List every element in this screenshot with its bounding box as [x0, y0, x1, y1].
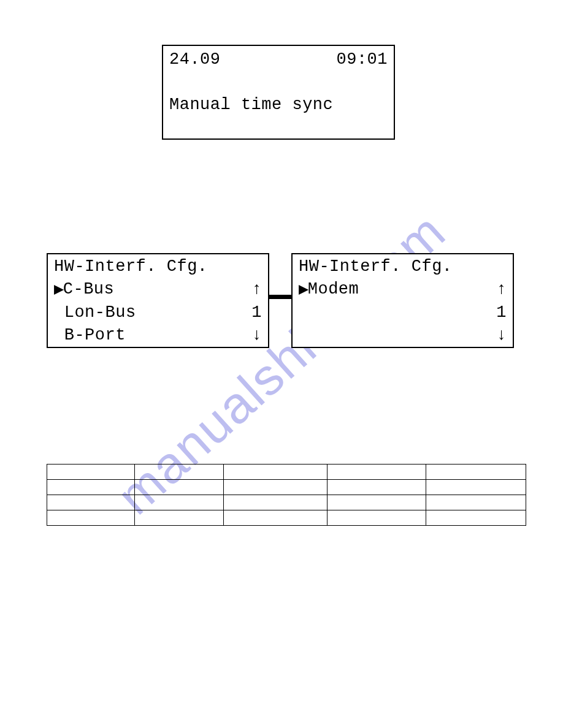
- table-row: [47, 495, 526, 510]
- panel-left-item-0[interactable]: ▶C-Bus ↑: [54, 278, 262, 301]
- table-row: [47, 464, 526, 480]
- panel-connector: [269, 295, 291, 299]
- panel-left-title: HW-Interf. Cfg.: [54, 256, 208, 278]
- panel-right-title-row: HW-Interf. Cfg.: [299, 256, 507, 278]
- page-indicator: 1: [496, 301, 507, 324]
- panel-left-item-1[interactable]: Lon-Bus 1: [54, 301, 262, 324]
- panel-left-title-row: HW-Interf. Cfg.: [54, 256, 262, 278]
- table-row: [47, 510, 526, 526]
- table-row: [47, 480, 526, 495]
- scroll-up-icon[interactable]: ↑: [251, 278, 262, 301]
- lcd-date: 24.09: [169, 48, 221, 71]
- lcd-panel-right[interactable]: HW-Interf. Cfg. ▶Modem ↑ 1 ↓: [291, 253, 514, 348]
- scroll-down-icon[interactable]: ↓: [251, 324, 262, 347]
- scroll-up-icon[interactable]: ↑: [496, 278, 507, 301]
- panel-right-title: HW-Interf. Cfg.: [299, 256, 453, 278]
- panel-right-item-2: ↓: [299, 324, 507, 347]
- lcd-panel-left[interactable]: HW-Interf. Cfg. ▶C-Bus ↑ Lon-Bus 1 B-Por…: [47, 253, 269, 348]
- lcd-display-top: 24.09 09:01 Manual time sync: [162, 45, 395, 140]
- panel-right-item-0[interactable]: ▶Modem ↑: [299, 278, 507, 301]
- settings-table: [47, 464, 526, 526]
- lcd-top-row: 24.09 09:01: [169, 48, 388, 71]
- panel-left-item-2[interactable]: B-Port ↓: [54, 324, 262, 347]
- lcd-time: 09:01: [336, 48, 388, 71]
- scroll-down-icon[interactable]: ↓: [496, 324, 507, 347]
- panel-right-item-1: 1: [299, 301, 507, 324]
- lcd-message: Manual time sync: [169, 94, 388, 116]
- page-indicator: 1: [251, 301, 262, 324]
